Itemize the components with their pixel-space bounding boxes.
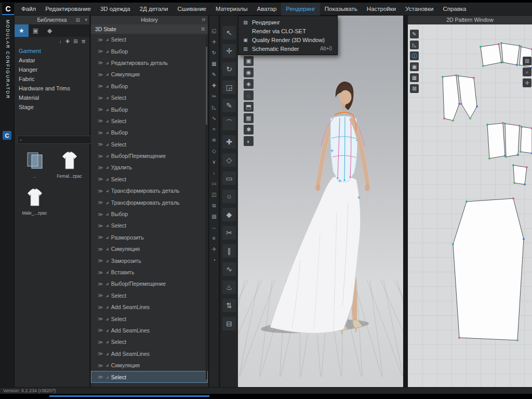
library-item-stage[interactable]: Stage [15, 102, 89, 112]
pattern-point[interactable] [455, 74, 457, 76]
pattern-point[interactable] [521, 126, 523, 128]
thumbnail-male-zpac[interactable]: Male_...zpac [19, 186, 50, 216]
library-dock-icon[interactable]: ▤ [75, 16, 80, 24]
show-texture-icon[interactable]: ▣ [410, 62, 419, 71]
pattern-point[interactable] [520, 151, 522, 153]
steam-tool-icon[interactable]: ♨ [222, 281, 236, 294]
history-row[interactable]: ≫ ◢ Редактировать деталь [91, 57, 208, 69]
pattern-point[interactable] [460, 103, 462, 105]
menu-settings[interactable]: Настройки [362, 3, 401, 16]
show-garment-icon[interactable]: ▣ [244, 56, 254, 66]
menu-item-render[interactable]: ▨ Рендеринг [238, 18, 337, 26]
pattern-piece[interactable] [505, 124, 520, 157]
menu-avatar[interactable]: Аватар [252, 3, 282, 16]
avatar[interactable] [270, 82, 370, 334]
edit-pattern-icon[interactable]: ✎ [222, 99, 236, 112]
history-row[interactable]: ≫ ◢ Заморозить [91, 255, 208, 266]
pattern-point[interactable] [466, 201, 468, 203]
history-row[interactable]: ≫ ◢ Add SeamLines [91, 325, 208, 336]
pattern-piece[interactable] [458, 76, 477, 118]
history-row[interactable]: ≫ ◢ Select [91, 92, 208, 103]
texture-edit-icon[interactable]: ▨ [210, 212, 218, 220]
triangle-ruler-icon[interactable]: ◺ [210, 103, 218, 111]
free-sew-icon[interactable]: ∿ [222, 262, 236, 276]
material-sphere-icon[interactable]: ◐ [244, 136, 254, 146]
pattern-canvas[interactable]: ✎◺ⓘ▣▦⊠ ⊞⌕✛ [408, 24, 532, 387]
pattern-point[interactable] [458, 103, 460, 105]
pattern-info-icon[interactable]: ⓘ [410, 51, 419, 60]
ruler-icon[interactable]: ≡ [210, 234, 218, 242]
pattern-point[interactable] [500, 42, 502, 44]
pattern-point[interactable] [488, 157, 490, 159]
grainline-icon[interactable]: ↓ [210, 169, 218, 177]
history-scrollbar-thumb[interactable] [206, 47, 207, 125]
textured-surface-icon[interactable]: ⬒ [244, 102, 254, 112]
pattern-shape-icon[interactable]: ◺ [410, 41, 419, 49]
library-tab-cloud[interactable]: ◆ [43, 24, 57, 37]
segment-sew-icon[interactable]: ∥ [222, 244, 236, 258]
pattern-point[interactable] [516, 64, 518, 66]
library-item-material[interactable]: Material [15, 93, 89, 102]
menu-render[interactable]: Рендеринг [281, 3, 320, 16]
pattern-point[interactable] [486, 124, 488, 126]
pattern-point[interactable] [452, 243, 454, 245]
pattern-point[interactable] [452, 119, 454, 122]
pattern-point[interactable] [512, 197, 514, 200]
polygon-tool-icon[interactable]: ◇ [222, 153, 236, 167]
mesh-surface-icon[interactable]: ▦ [244, 113, 254, 123]
pattern-point[interactable] [458, 337, 460, 339]
pattern-point[interactable] [517, 154, 519, 156]
scissors-tool-icon[interactable]: ✂ [222, 226, 236, 240]
menu-show[interactable]: Показывать [320, 3, 362, 16]
lock-pattern-icon[interactable]: ⊠ [410, 84, 419, 93]
pattern-point[interactable] [523, 238, 525, 240]
pattern-point[interactable] [512, 164, 514, 166]
seamline-icon[interactable]: ∿ [210, 114, 218, 122]
show-seamlines-icon[interactable]: ◈ [244, 79, 254, 89]
history-row[interactable]: ≫ ◢ Select [91, 139, 208, 150]
menu-file[interactable]: Файл [17, 3, 41, 16]
pattern-point[interactable] [518, 125, 521, 127]
pattern-point[interactable] [482, 65, 484, 67]
state-options-icon[interactable]: ≣ [201, 24, 205, 34]
history-header[interactable]: History ⟳ [91, 16, 208, 24]
pattern-point[interactable] [513, 182, 515, 184]
add-item-icon[interactable]: ✚ [65, 38, 70, 44]
pattern-point[interactable] [469, 117, 471, 119]
3d-scene[interactable] [238, 16, 403, 387]
app-logo[interactable]: C [2, 3, 14, 15]
history-row[interactable]: ≫ ◢ Select [91, 336, 208, 348]
show-light-icon[interactable]: ✱ [244, 125, 254, 135]
zoom-tool-icon[interactable]: ⌕ [523, 68, 531, 76]
notch-icon[interactable]: ∨ [210, 158, 218, 166]
edit-curvature-icon[interactable]: ⌒ [222, 117, 236, 130]
menu-3d-garment[interactable]: 3D одежда [96, 3, 135, 16]
pen-icon[interactable]: ✎ [210, 71, 218, 78]
pattern-piece[interactable] [501, 43, 520, 65]
translate-tool-icon[interactable]: ✛ [222, 44, 236, 58]
history-row[interactable]: ≫ ◢ Select [91, 34, 208, 45]
menu-sewing[interactable]: Сшивание [173, 3, 211, 16]
library-item-avatar[interactable]: Avatar [15, 56, 89, 65]
pattern-point[interactable] [498, 43, 500, 45]
history-row[interactable]: ≫ ◢ Симуляция [91, 69, 208, 80]
library-item-hardware[interactable]: Hardware and Trims [15, 84, 89, 93]
pattern-piece[interactable] [487, 123, 505, 158]
history-row[interactable]: ≫ ◢ Add SeamLines [91, 301, 208, 313]
search-box[interactable]: ⌕ ▾ [17, 136, 99, 144]
history-row[interactable]: ≫ ◢ Симуляция [91, 243, 208, 255]
menu-item-quality-render[interactable]: ▣ Quality Render (3D Window) [238, 35, 337, 44]
pattern-piece[interactable] [521, 127, 532, 153]
pattern-window-header[interactable]: 2D Pattern Window [408, 16, 532, 24]
menu-2d-patterns[interactable]: 2Д детали [135, 3, 173, 16]
pattern-piece[interactable] [481, 44, 501, 66]
rect-pattern-icon[interactable]: ▭ [210, 180, 218, 188]
layers-icon[interactable]: ⧉ [210, 202, 218, 209]
garment-skirt[interactable] [270, 176, 361, 334]
pattern-point[interactable] [473, 77, 475, 79]
pattern-piece[interactable] [443, 75, 459, 121]
viewport-move-icon[interactable]: ✛ [210, 38, 218, 46]
library-item-fabric[interactable]: Fabric [15, 74, 89, 84]
pattern-point[interactable] [526, 166, 528, 168]
history-row[interactable]: ≫ ◢ Select [91, 174, 208, 185]
